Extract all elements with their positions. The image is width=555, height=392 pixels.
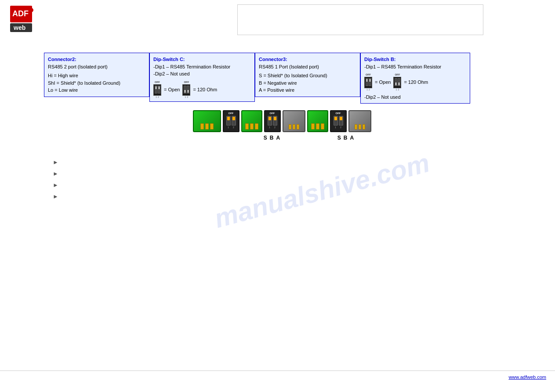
dip-b-on-visual: OFF 12 — [393, 73, 401, 92]
connector2-title: Connector2: — [48, 56, 145, 63]
conn-block-left-dip: OFF 1 2 — [223, 110, 239, 132]
label-b-right: B — [344, 135, 348, 141]
dip-b-open-label: = Open — [375, 79, 391, 86]
dip-single-1 — [226, 116, 231, 126]
pin — [210, 123, 214, 129]
dip-ohm-label: = 120 Ohm — [193, 86, 217, 94]
connector-pins-mid-left — [245, 123, 258, 129]
svg-point-4 — [29, 8, 33, 12]
connector2-box: Connector2: RS485 2 port (Isolated port)… — [44, 53, 149, 97]
connector2-line2: Hi = High wire — [48, 72, 145, 79]
connector-pins-left — [200, 123, 214, 129]
pin — [245, 123, 249, 129]
bullet-item-2: ► — [53, 170, 546, 177]
dip-single-1 — [334, 116, 338, 126]
pin — [289, 124, 291, 129]
pin — [316, 123, 319, 129]
pin — [293, 124, 295, 129]
dip-b-ohm-label: = 120 Ohm — [404, 79, 428, 86]
dip-single-2 — [232, 116, 236, 126]
dipswitch-b-line1: -Dip1 – RS485 Termination Resistor — [364, 63, 466, 71]
right-mid-green-connector — [307, 110, 328, 132]
conn-block-right-dip: OFF 1 2 — [330, 110, 347, 132]
connector3-line1: RS485 1 Port (Isolated port) — [259, 63, 356, 71]
header-info-box — [237, 4, 483, 35]
bullet-item-1: ► — [53, 158, 546, 165]
label-a-right: A — [350, 135, 354, 141]
dip-label: OFF — [229, 112, 234, 115]
dip-off-visual: OFF 12 — [153, 80, 161, 99]
dipswitch-b-line2: -Dip2 – Not used — [364, 94, 466, 101]
mid-left-dip-block: OFF 1 2 — [264, 110, 281, 132]
dip-num-1: 1 — [334, 126, 338, 129]
right-labels: S B A — [335, 135, 356, 141]
pin — [297, 124, 299, 129]
pin — [321, 123, 324, 129]
bullet-arrow-3: ► — [53, 182, 58, 188]
mid-left-green-connector — [241, 110, 262, 132]
connector3-title: Connector3: — [259, 56, 356, 63]
dip-num-1: 1 — [268, 126, 272, 129]
dip-indicator — [274, 117, 276, 120]
connector3-line4: A = Positive wire — [259, 86, 356, 94]
svg-text:web: web — [13, 24, 25, 31]
dip-numbers: 1 2 — [268, 126, 277, 129]
info-boxes-row: Connector2: RS485 2 port (Isolated port)… — [44, 53, 546, 104]
connector-pins-gray — [289, 124, 299, 129]
dip-switches-row — [268, 116, 277, 126]
conn-block-gray — [283, 110, 305, 132]
logo-box: ADF web — [9, 4, 44, 33]
bullet-item-4: ► — [53, 193, 546, 200]
dipswitch-b-visual-row: OFF 12 = Open OFF 12 — [364, 73, 466, 92]
connector-strip: OFF 1 2 — [193, 110, 371, 132]
dip-num-2: 2 — [273, 126, 277, 129]
dipswitch-b-title: Dip-Switch B: — [364, 56, 466, 63]
dipswitch-c-title: Dip-Switch C: — [153, 56, 251, 63]
label-s-right: S — [337, 135, 341, 141]
gray-connector — [283, 110, 305, 132]
dip-num-2: 2 — [339, 126, 343, 129]
dip-numbers: 1 2 — [226, 126, 236, 129]
bullet-arrow-1: ► — [53, 159, 58, 165]
main-content: Connector2: RS485 2 port (Isolated port)… — [0, 40, 555, 213]
conn-block-right-gray — [348, 110, 371, 132]
pin — [359, 124, 361, 129]
connector-pins-right-gray — [355, 124, 365, 129]
dip-b-off-visual: OFF 12 — [364, 73, 372, 92]
dip-indicator — [334, 117, 337, 120]
connector-pins-right-mid — [311, 123, 324, 129]
dipswitch-b-box: Dip-Switch B: -Dip1 – RS485 Termination … — [360, 53, 470, 104]
label-a-left: A — [276, 135, 280, 141]
conn-block-left-green — [193, 110, 221, 132]
right-gray-connector — [348, 110, 371, 132]
bullet-item-3: ► — [53, 181, 546, 188]
conn-block-mid-left-green — [241, 110, 262, 132]
dip-switches-row — [226, 116, 236, 126]
dip-single-2 — [339, 116, 343, 126]
dip-label: OFF — [270, 112, 275, 115]
left-dip-block: OFF 1 2 — [223, 110, 239, 132]
dipswitch-c-line2: -Dip2 – Not used — [153, 70, 251, 78]
connector2-line4: Lo = Low wire — [48, 86, 145, 94]
dip-numbers: 1 2 — [334, 126, 343, 129]
adfweb-logo: ADF web — [10, 6, 43, 32]
dip-num-2: 2 — [232, 126, 236, 129]
pin — [255, 123, 258, 129]
left-green-connector — [193, 110, 221, 132]
dip-switches-row — [334, 116, 343, 126]
hardware-labels-row: S B A S B A — [208, 135, 356, 141]
label-b-left: B — [270, 135, 274, 141]
connector2-line1: RS485 2 port (Isolated port) — [48, 63, 145, 71]
dip-indicator — [268, 117, 271, 120]
footer-link[interactable]: www.adfweb.com — [508, 374, 546, 380]
label-s-left: S — [264, 135, 267, 141]
conn-block-mid-left-dip: OFF 1 2 — [264, 110, 281, 132]
bullet-arrow-2: ► — [53, 170, 58, 177]
dipswitch-c-visual-row: OFF 12 = Open OFF 12 — [153, 80, 251, 99]
dip-label: OFF — [336, 112, 341, 115]
dip-single-1 — [268, 116, 272, 126]
dip-indicator — [340, 117, 342, 120]
right-dip-block: OFF 1 2 — [330, 110, 347, 132]
dip-indicator — [227, 117, 230, 120]
footer: www.adfweb.com — [0, 370, 555, 383]
